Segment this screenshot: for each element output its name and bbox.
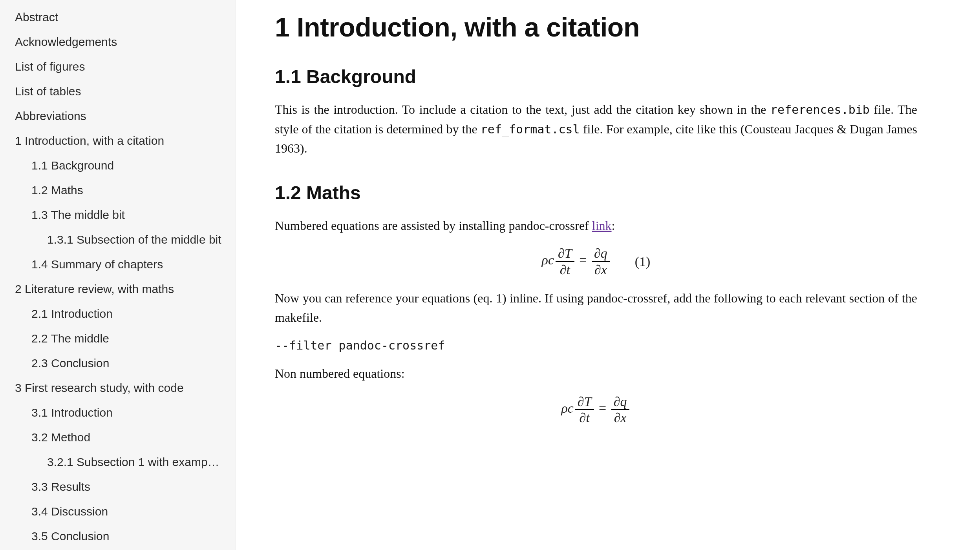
crossref-link[interactable]: link xyxy=(592,219,612,233)
code-block: --filter pandoc-crossref xyxy=(275,339,917,352)
toc-item[interactable]: 3.5 Conclusion xyxy=(0,524,235,548)
text: Numbered equations are assisted by insta… xyxy=(275,219,592,233)
toc-sidebar[interactable]: AbstractAcknowledgementsList of figuresL… xyxy=(0,0,236,550)
toc-item[interactable]: Abstract xyxy=(0,5,235,29)
text: : xyxy=(612,219,615,233)
toc-item[interactable]: Abbreviations xyxy=(0,104,235,128)
code-inline: references.bib xyxy=(770,103,870,117)
toc-item[interactable]: 1.3.1 Subsection of the middle bit xyxy=(0,227,235,252)
toc-item[interactable]: 2 Literature review, with maths xyxy=(0,277,235,301)
toc-item[interactable]: 3.1 Introduction xyxy=(0,400,235,425)
paragraph: Numbered equations are assisted by insta… xyxy=(275,216,917,236)
toc-item[interactable]: 3 First research study, with code xyxy=(0,375,235,400)
toc-item[interactable]: 3.4 Discussion xyxy=(0,499,235,524)
paragraph: Non numbered equations: xyxy=(275,364,917,384)
toc-item[interactable]: 4 Research containing a figure xyxy=(0,548,235,550)
toc-item[interactable]: 2.2 The middle xyxy=(0,326,235,351)
section-title-maths: 1.2 Maths xyxy=(275,182,917,204)
paragraph: This is the introduction. To include a c… xyxy=(275,100,917,158)
toc-item[interactable]: List of tables xyxy=(0,79,235,104)
document-content: 1 Introduction, with a citation 1.1 Back… xyxy=(236,0,980,550)
section-title-background: 1.1 Background xyxy=(275,66,917,87)
equation-numbered: ρc∂T∂t = ∂q∂x (1) xyxy=(275,246,917,277)
paragraph: Now you can reference your equations (eq… xyxy=(275,289,917,328)
toc-item[interactable]: 3.2.1 Subsection 1 with examp… xyxy=(0,450,235,474)
toc-item[interactable]: 3.2 Method xyxy=(0,425,235,450)
toc-item[interactable]: 1 Introduction, with a citation xyxy=(0,128,235,153)
toc-item[interactable]: 1.2 Maths xyxy=(0,178,235,202)
toc-item[interactable]: Acknowledgements xyxy=(0,29,235,54)
equation-body: ρc∂T∂t = ∂q∂x xyxy=(561,395,631,425)
toc-item[interactable]: 3.3 Results xyxy=(0,474,235,499)
code-inline: ref_format.csl xyxy=(481,122,580,136)
text: This is the introduction. To include a c… xyxy=(275,102,770,117)
toc-item[interactable]: 1.3 The middle bit xyxy=(0,202,235,227)
toc-item[interactable]: 1.1 Background xyxy=(0,153,235,178)
equation-unnumbered: ρc∂T∂t = ∂q∂x xyxy=(275,395,917,425)
equation-body: ρc∂T∂t = ∂q∂x xyxy=(542,246,611,277)
equation-number: (1) xyxy=(635,254,651,269)
toc-item[interactable]: 2.3 Conclusion xyxy=(0,351,235,375)
toc-item[interactable]: List of figures xyxy=(0,54,235,79)
toc-item[interactable]: 1.4 Summary of chapters xyxy=(0,252,235,277)
toc-item[interactable]: 2.1 Introduction xyxy=(0,301,235,326)
page-title: 1 Introduction, with a citation xyxy=(275,12,917,42)
